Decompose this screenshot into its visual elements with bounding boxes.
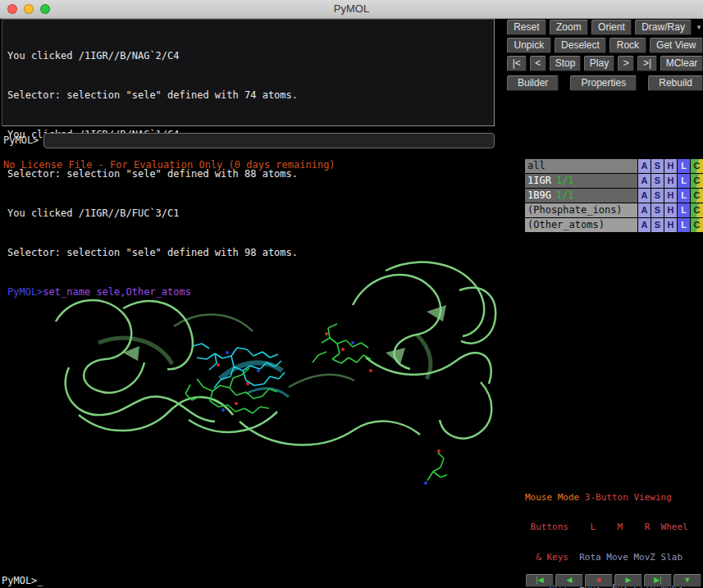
mclear-button[interactable]: MClear xyxy=(660,56,703,71)
movie-controls: |◀ ◀ ■ ▶ ▶| ▼ xyxy=(526,574,701,587)
movie-first-button[interactable]: |◀ xyxy=(526,574,554,587)
window-title: PyMOL xyxy=(0,2,703,15)
echo-prompt: PyMOL> xyxy=(7,286,43,298)
object-name[interactable]: 1B9G1/1 xyxy=(525,189,637,203)
show-button[interactable]: S xyxy=(651,159,664,173)
stop-button[interactable]: Stop xyxy=(550,56,581,71)
object-row-other-atoms: (Other_atoms) A S H L C xyxy=(525,218,703,232)
object-row-1b9g: 1B9G1/1 A S H L C xyxy=(525,189,703,203)
control-row-1: Reset Zoom Orient Draw/Ray ▼ xyxy=(507,20,703,35)
label-button[interactable]: L xyxy=(678,218,690,232)
play-button[interactable]: Play xyxy=(584,56,614,71)
show-button[interactable]: S xyxy=(651,218,664,232)
frame-next-button[interactable]: > xyxy=(618,56,634,71)
atom-dots xyxy=(217,332,441,485)
command-input[interactable] xyxy=(43,133,495,148)
mouse-mode-value: 3-Button Viewing xyxy=(585,492,672,503)
color-button[interactable]: C xyxy=(691,159,703,173)
console-line: Selector: selection "sele" defined with … xyxy=(7,89,489,102)
show-button[interactable]: S xyxy=(651,203,664,217)
get-view-button[interactable]: Get View xyxy=(650,38,703,53)
control-row-4: Builder Properties Rebuild xyxy=(507,75,703,91)
hide-button[interactable]: H xyxy=(664,189,677,203)
zoom-button-cmd[interactable]: Zoom xyxy=(550,20,588,35)
actions-button[interactable]: A xyxy=(638,189,651,203)
pymol-window: PyMOL xyxy=(0,0,703,588)
selection-name[interactable]: (Phosphate_ions) xyxy=(525,203,637,217)
hide-button[interactable]: H xyxy=(664,218,677,232)
buttons-header: Buttons L M R Wheel xyxy=(525,522,688,532)
frame-first-button[interactable]: |< xyxy=(507,56,527,71)
actions-button[interactable]: A xyxy=(638,159,651,173)
builder-button[interactable]: Builder xyxy=(507,75,559,91)
titlebar[interactable]: PyMOL xyxy=(0,0,703,19)
text-cursor: _ xyxy=(37,575,43,586)
object-state: 1/1 xyxy=(556,175,574,186)
object-name[interactable]: 1IGR1/1 xyxy=(525,174,637,188)
frame-last-button[interactable]: >| xyxy=(637,56,657,71)
draw-ray-button[interactable]: Draw/Ray xyxy=(635,20,692,35)
actions-button[interactable]: A xyxy=(638,203,651,217)
buttons-header-line: Buttons L M R Wheel xyxy=(525,522,703,532)
license-notice: No License File - For Evaluation Only (0… xyxy=(3,159,336,171)
movie-last-button[interactable]: ▶| xyxy=(644,574,672,587)
bottom-bar: PyMOL>_ |◀ ◀ ■ ▶ ▶| ▼ xyxy=(0,573,703,588)
hide-button[interactable]: H xyxy=(664,159,677,173)
rebuild-button[interactable]: Rebuild xyxy=(648,75,703,91)
deselect-button[interactable]: Deselect xyxy=(555,38,607,53)
label-button[interactable]: L xyxy=(678,189,690,203)
show-button[interactable]: S xyxy=(651,189,664,203)
actions-button[interactable]: A xyxy=(638,218,651,232)
console-command-echo: PyMOL>set_name sele,Other_atoms xyxy=(7,285,489,299)
object-panel: all A S H L C 1IGR1/1 A S H L C 1B9G1/1 … xyxy=(525,159,703,233)
control-panel: Reset Zoom Orient Draw/Ray ▼ Unpick Dese… xyxy=(507,20,703,91)
selection-name[interactable]: (Other_atoms) xyxy=(525,218,637,232)
movie-stop-button[interactable]: ■ xyxy=(585,574,613,587)
object-label: 1IGR xyxy=(527,175,551,186)
console-line: You clicked /1IGR//B/FUC`3/C1 xyxy=(7,207,489,220)
orient-button[interactable]: Orient xyxy=(591,20,632,35)
object-state: 1/1 xyxy=(556,189,574,201)
control-row-2: Unpick Deselect Rock Get View xyxy=(507,38,703,53)
label-button[interactable]: L xyxy=(678,203,690,217)
label-button[interactable]: L xyxy=(678,159,690,173)
bottom-prompt-label: PyMOL> xyxy=(2,575,37,586)
movie-play-button[interactable]: ▶ xyxy=(614,574,642,587)
object-label: 1B9G xyxy=(527,189,551,201)
color-button[interactable]: C xyxy=(691,203,703,217)
actions-button[interactable]: A xyxy=(638,174,651,188)
keys-actions: Rota Move MovZ Slab xyxy=(574,552,682,563)
rock-button[interactable]: Rock xyxy=(609,38,646,53)
object-row-1igr: 1IGR1/1 A S H L C xyxy=(525,174,703,188)
color-button[interactable]: C xyxy=(691,174,703,188)
hide-button[interactable]: H xyxy=(664,203,677,217)
cartoon-cyan xyxy=(220,362,289,397)
mouse-mode-panel: Mouse Mode 3-Button Viewing Buttons L M … xyxy=(525,472,703,588)
control-row-3: |< < Stop Play > >| MClear xyxy=(507,56,703,71)
object-name[interactable]: all xyxy=(525,159,637,173)
frame-prev-button[interactable]: < xyxy=(530,56,546,71)
properties-button[interactable]: Properties xyxy=(570,75,637,91)
console-line: You clicked /1IGR//B/NAG`2/C4 xyxy=(7,49,489,62)
sticks-green xyxy=(185,324,447,481)
command-row: PyMOL> xyxy=(2,130,495,150)
panel-menu-arrow-icon[interactable]: ▼ xyxy=(695,24,703,31)
object-row-phosphate-ions: (Phosphate_ions) A S H L C xyxy=(525,203,703,217)
unpick-button[interactable]: Unpick xyxy=(507,38,551,53)
label-button[interactable]: L xyxy=(678,174,690,188)
show-button[interactable]: S xyxy=(651,174,664,188)
console-output: You clicked /1IGR//B/NAG`2/C4 Selector: … xyxy=(2,19,495,126)
bottom-command-prompt[interactable]: PyMOL>_ xyxy=(2,575,43,586)
command-prompt-label: PyMOL> xyxy=(3,134,39,146)
movie-prev-button[interactable]: ◀ xyxy=(555,574,583,587)
color-button[interactable]: C xyxy=(691,189,703,203)
echo-command: set_name sele,Other_atoms xyxy=(43,286,191,298)
keys-label: & Keys xyxy=(525,552,574,563)
reset-button[interactable]: Reset xyxy=(507,20,546,35)
keys-line: & Keys Rota Move MovZ Slab xyxy=(525,553,703,563)
mouse-mode-line[interactable]: Mouse Mode 3-Button Viewing xyxy=(525,493,703,503)
mouse-mode-label: Mouse Mode xyxy=(525,492,585,503)
movie-menu-button[interactable]: ▼ xyxy=(673,574,701,587)
color-button[interactable]: C xyxy=(691,218,703,232)
hide-button[interactable]: H xyxy=(664,174,677,188)
